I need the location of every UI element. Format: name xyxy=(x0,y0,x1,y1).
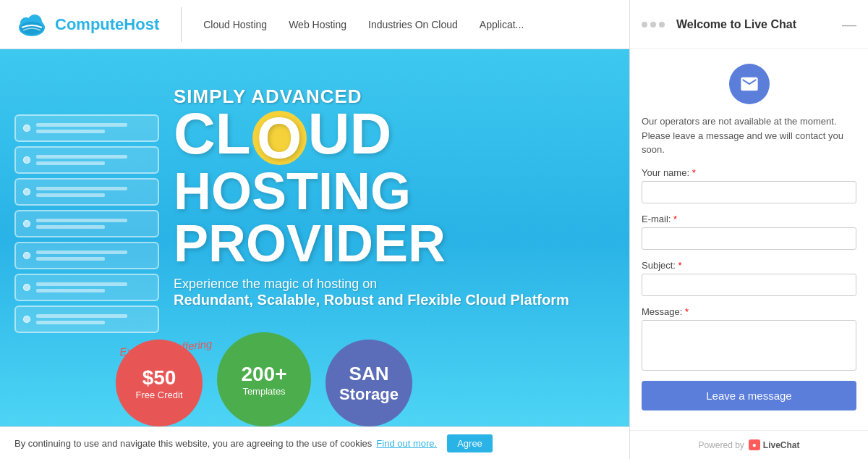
cookie-text: By continuing to use and navigate this w… xyxy=(14,438,372,449)
server-bars xyxy=(36,282,150,292)
cookie-link[interactable]: Find out more. xyxy=(376,438,437,449)
subject-input[interactable] xyxy=(642,274,856,296)
subject-required: * xyxy=(678,260,682,271)
chat-dot-1 xyxy=(642,22,647,28)
server-bar xyxy=(36,130,105,133)
logo-area: ComputeHost xyxy=(14,7,182,42)
chat-header: Welcome to Live Chat — xyxy=(630,0,868,49)
chat-message: Our operators are not available at the m… xyxy=(642,114,856,157)
nav-item-web-hosting[interactable]: Web Hosting xyxy=(289,19,346,30)
server-unit xyxy=(14,274,159,301)
hero-text: SIMPLY ADVANCED CLOUD HOSTING PROVIDER E… xyxy=(174,85,579,308)
server-bar xyxy=(36,289,105,292)
server-bars xyxy=(36,187,150,197)
server-bar xyxy=(36,250,127,254)
hero-title-cloud: CLOUD xyxy=(174,108,579,165)
server-unit xyxy=(14,146,159,174)
cookie-bar: By continuing to use and navigate this w… xyxy=(0,426,629,459)
server-bars xyxy=(36,155,150,165)
chat-body: Our operators are not available at the m… xyxy=(630,49,868,430)
server-dot xyxy=(23,125,30,132)
name-input[interactable] xyxy=(642,181,856,203)
chat-footer: Powered by ● LiveChat xyxy=(630,430,868,459)
name-field-group: Your name: * xyxy=(642,167,856,203)
submit-button[interactable]: Leave a message xyxy=(642,381,856,410)
server-bars xyxy=(36,123,150,133)
server-bar xyxy=(36,161,105,165)
subject-field-group: Subject: * xyxy=(642,260,856,296)
server-dot xyxy=(23,284,30,291)
subject-label: Subject: * xyxy=(642,260,856,271)
chat-dots xyxy=(642,22,665,28)
feature-bubbles: $50 Free Credit 200+ Templates SAN Stora… xyxy=(116,332,412,426)
livechat-badge: ● xyxy=(749,439,760,450)
server-unit xyxy=(14,210,159,237)
server-bars xyxy=(36,250,150,261)
server-bar xyxy=(36,225,105,229)
hero-subtitle: Experience the magic of hosting on Redun… xyxy=(174,277,579,308)
hero-title-provider: PROVIDER xyxy=(174,217,579,269)
server-unit xyxy=(14,178,159,206)
server-dot xyxy=(23,252,30,259)
logo-text: ComputeHost xyxy=(55,15,159,34)
nav-item-industries[interactable]: Industries On Cloud xyxy=(368,19,458,30)
livechat-brand: LiveChat xyxy=(763,440,800,450)
nav-item-cloud-hosting[interactable]: Cloud Hosting xyxy=(203,19,267,30)
message-textarea[interactable] xyxy=(642,320,856,371)
hero-title-hosting: HOSTING xyxy=(174,165,579,217)
email-input[interactable] xyxy=(642,227,856,250)
bubble-templates: 200+ Templates xyxy=(217,332,311,426)
email-label: E-mail: * xyxy=(642,214,856,224)
chat-minimize-button[interactable]: — xyxy=(842,17,856,32)
nav-links: Cloud Hosting Web Hosting Industries On … xyxy=(203,19,524,30)
hero-area: SIMPLY ADVANCED CLOUD HOSTING PROVIDER E… xyxy=(0,49,629,426)
message-field-group: Message: * xyxy=(642,306,856,371)
website-background: ComputeHost Cloud Hosting Web Hosting In… xyxy=(0,0,629,459)
server-bar xyxy=(36,282,127,286)
server-bars xyxy=(36,219,150,229)
server-bars xyxy=(36,314,150,324)
server-unit xyxy=(14,114,159,142)
server-bar xyxy=(36,314,127,318)
server-dot xyxy=(23,156,30,164)
hero-subtitle-bold: Redundant, Scalable, Robust and Flexible… xyxy=(174,292,569,308)
nav-item-applications[interactable]: Applicat... xyxy=(480,19,524,30)
server-bar xyxy=(36,321,105,324)
bubble-credit: $50 Free Credit xyxy=(116,340,203,426)
chat-dot-2 xyxy=(650,22,656,28)
mail-icon xyxy=(739,74,760,94)
name-required: * xyxy=(692,167,696,178)
server-unit xyxy=(14,306,159,333)
name-label: Your name: * xyxy=(642,167,856,178)
server-dot xyxy=(23,316,30,323)
powered-by-text: Powered by xyxy=(698,440,744,450)
server-bar xyxy=(36,219,127,222)
message-required: * xyxy=(685,306,689,317)
server-bar xyxy=(36,257,105,261)
message-label: Message: * xyxy=(642,306,856,317)
server-bar xyxy=(36,187,127,190)
chat-panel: Welcome to Live Chat — Our operators are… xyxy=(629,0,868,459)
server-bar xyxy=(36,193,105,197)
server-rack xyxy=(14,114,159,337)
logo-icon xyxy=(14,7,49,42)
server-dot xyxy=(23,220,30,227)
server-unit xyxy=(14,242,159,269)
server-bar xyxy=(36,155,127,159)
bubble-storage: SAN Storage xyxy=(326,340,412,426)
chat-title: Welcome to Live Chat xyxy=(676,18,842,31)
navbar: ComputeHost Cloud Hosting Web Hosting In… xyxy=(0,0,629,49)
mail-icon-circle xyxy=(729,64,770,104)
letter-o-circle: O xyxy=(252,111,307,165)
email-field-group: E-mail: * xyxy=(642,214,856,250)
cookie-agree-button[interactable]: Agree xyxy=(447,434,493,452)
server-bar xyxy=(36,123,127,127)
email-required: * xyxy=(673,214,677,224)
livechat-logo: ● LiveChat xyxy=(749,439,800,450)
chat-dot-3 xyxy=(659,22,665,28)
server-dot xyxy=(23,188,30,195)
